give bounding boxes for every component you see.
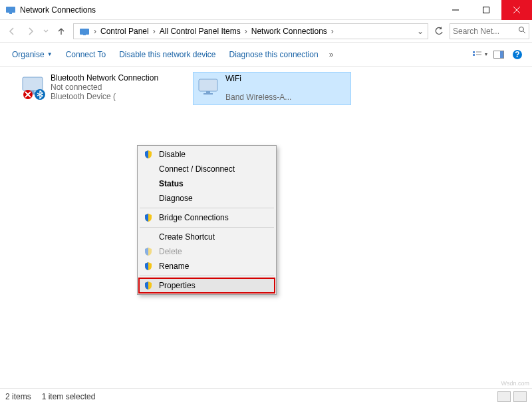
organise-button[interactable]: Organise▼ xyxy=(5,46,59,63)
status-item-count: 2 items xyxy=(5,392,31,401)
svg-rect-18 xyxy=(23,77,43,91)
close-button[interactable] xyxy=(501,0,532,20)
forward-button[interactable] xyxy=(23,23,39,39)
menu-item-properties[interactable]: Properties xyxy=(139,278,275,293)
svg-rect-1 xyxy=(9,13,12,14)
shield-icon xyxy=(144,281,153,290)
shield-icon xyxy=(144,150,153,159)
network-item-wifi[interactable]: WiFi Band Wireless-A... xyxy=(193,72,351,105)
refresh-button[interactable] xyxy=(431,23,447,39)
svg-rect-0 xyxy=(6,7,15,13)
menu-item-delete: Delete xyxy=(139,244,275,259)
chevron-down-icon: ▼ xyxy=(47,51,53,57)
address-bar: › Control Panel › All Control Panel Item… xyxy=(0,20,532,43)
wifi-icon xyxy=(194,73,225,104)
toolbar: Organise▼ Connect To Disable this networ… xyxy=(0,43,532,67)
svg-rect-27 xyxy=(203,93,213,95)
statusbar: 2 items 1 item selected xyxy=(0,388,532,404)
item-name: Bluetooth Network Connection xyxy=(51,73,158,83)
breadcrumb-item[interactable]: All Control Panel Items xyxy=(157,24,243,39)
up-button[interactable] xyxy=(53,23,69,39)
chevron-down-icon[interactable]: ⌄ xyxy=(416,27,425,36)
item-name: WiFi xyxy=(225,74,291,83)
icons-view-button[interactable] xyxy=(513,391,527,402)
breadcrumb-icon[interactable] xyxy=(76,24,92,39)
item-device: Bluetooth Device ( xyxy=(51,92,158,101)
shield-icon xyxy=(144,213,153,222)
network-item-bluetooth[interactable]: Bluetooth Network Connection Not connect… xyxy=(19,72,185,104)
window-title: Network Connections xyxy=(20,5,440,15)
overflow-button[interactable]: » xyxy=(325,50,338,59)
shield-icon xyxy=(144,262,153,271)
menu-separator xyxy=(140,208,274,208)
svg-rect-15 xyxy=(500,51,503,58)
menu-item-shortcut[interactable]: Create Shortcut xyxy=(139,230,275,244)
chevron-right-icon[interactable]: › xyxy=(92,27,98,36)
search-input[interactable]: Search Net... xyxy=(450,23,529,39)
svg-rect-7 xyxy=(83,35,86,35)
svg-rect-11 xyxy=(473,54,475,56)
shield-icon xyxy=(144,247,153,256)
svg-rect-6 xyxy=(80,29,89,35)
details-view-button[interactable] xyxy=(497,391,511,402)
svg-line-9 xyxy=(523,31,525,33)
item-status xyxy=(225,83,291,93)
back-button[interactable] xyxy=(4,23,20,39)
search-placeholder: Search Net... xyxy=(453,27,499,36)
diagnose-button[interactable]: Diagnose this connection xyxy=(223,46,325,63)
chevron-right-icon[interactable]: › xyxy=(243,27,249,36)
menu-item-rename[interactable]: Rename xyxy=(139,259,275,274)
content-area: Bluetooth Network Connection Not connect… xyxy=(0,67,532,386)
connect-to-button[interactable]: Connect To xyxy=(59,46,113,63)
svg-rect-25 xyxy=(199,79,217,91)
menu-item-status[interactable]: Status xyxy=(139,176,275,191)
help-button[interactable]: ? xyxy=(508,47,527,63)
chevron-right-icon[interactable]: › xyxy=(330,27,335,36)
disable-device-button[interactable]: Disable this network device xyxy=(112,46,222,63)
item-device: Band Wireless-A... xyxy=(225,93,291,102)
search-icon xyxy=(518,26,526,36)
titlebar: Network Connections xyxy=(0,0,532,20)
item-status: Not connected xyxy=(51,83,158,92)
svg-rect-26 xyxy=(206,91,210,93)
menu-separator xyxy=(140,276,274,276)
svg-rect-10 xyxy=(473,51,475,53)
svg-rect-3 xyxy=(483,7,489,13)
menu-item-connect[interactable]: Connect / Disconnect xyxy=(139,162,275,176)
maximize-button[interactable] xyxy=(471,0,501,20)
breadcrumb-item[interactable]: Network Connections xyxy=(249,24,330,39)
svg-point-8 xyxy=(519,27,524,32)
menu-item-bridge[interactable]: Bridge Connections xyxy=(139,210,275,225)
preview-pane-button[interactable] xyxy=(489,47,508,63)
app-icon xyxy=(5,5,16,15)
recent-button[interactable] xyxy=(41,23,51,39)
watermark: Wsdn.com xyxy=(501,380,529,387)
chevron-right-icon[interactable]: › xyxy=(152,27,157,36)
breadcrumb-item[interactable]: Control Panel xyxy=(98,24,152,39)
menu-separator xyxy=(140,227,274,228)
svg-text:?: ? xyxy=(515,50,519,59)
bluetooth-icon xyxy=(19,72,51,104)
view-options-button[interactable]: ▼ xyxy=(471,47,489,63)
context-menu: Disable Connect / Disconnect Status Diag… xyxy=(137,145,277,295)
breadcrumb[interactable]: › Control Panel › All Control Panel Item… xyxy=(73,23,428,39)
status-selected-count: 1 item selected xyxy=(42,392,96,401)
menu-item-disable[interactable]: Disable xyxy=(139,147,275,162)
menu-item-diagnose[interactable]: Diagnose xyxy=(139,191,275,206)
minimize-button[interactable] xyxy=(440,0,471,20)
